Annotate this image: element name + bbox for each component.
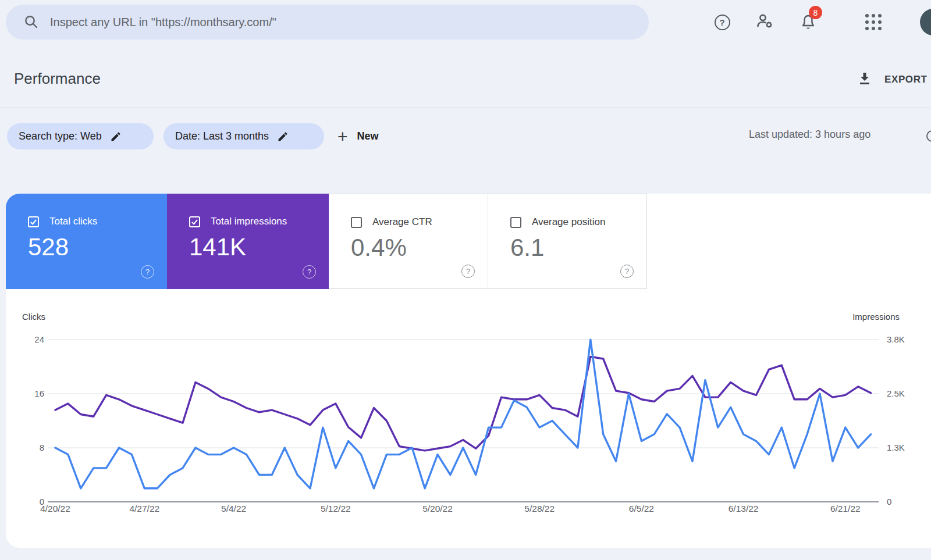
- series-total-clicks: [55, 340, 871, 488]
- right-axis-label: Impressions: [852, 312, 900, 322]
- notification-badge: 8: [809, 6, 822, 19]
- left-axis-label: Clicks: [22, 312, 45, 322]
- clicks-impressions-chart[interactable]: [0, 0, 931, 560]
- search-console-performance-page: Inspect any URL in "https://monthsary.co…: [0, 0, 931, 560]
